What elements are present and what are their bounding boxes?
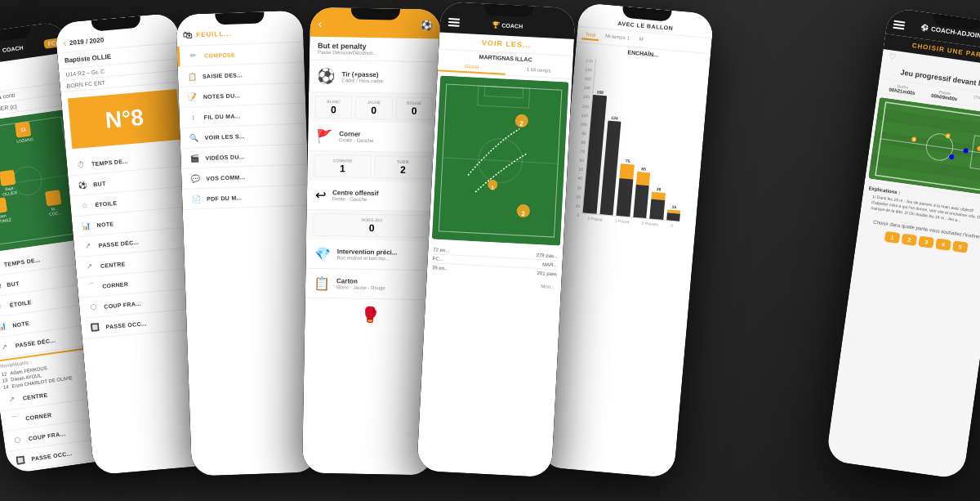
bar-15-stack	[666, 209, 681, 221]
bar-65-value: 65	[641, 166, 646, 171]
bar-15-black	[666, 212, 680, 221]
heart-icon[interactable]: ♡	[889, 51, 897, 61]
p2-centre-icon: ↗	[83, 260, 96, 272]
bar-38-stack	[649, 192, 665, 220]
carton-sub: Blanc - Jaune - Rouge	[336, 284, 385, 290]
voir-label: VOIR LES S...	[204, 133, 244, 141]
y-120: 120	[571, 102, 589, 109]
item-corner[interactable]: 🚩 Corner Droite - Gauche	[308, 122, 439, 154]
number-badge: N°8	[68, 89, 181, 149]
commise-subie: COMMISE 1 SUBIE 2	[307, 151, 439, 183]
tab-m[interactable]: M	[635, 34, 647, 45]
meta-charge: Charge de travail Moyen	[973, 94, 980, 108]
jaune-val: 0	[359, 105, 390, 117]
menu-etoile-label: ÉTOILE	[9, 299, 32, 308]
score-hors-jeu: HORS-JEU 0	[313, 213, 430, 239]
tab-total[interactable]: Total	[581, 29, 599, 41]
phone5-spacer	[555, 28, 567, 29]
centre-sub-4: Droite - Gauche	[332, 196, 379, 202]
menu-note-label: NOTE	[12, 320, 29, 328]
part-btn-4[interactable]: 4	[935, 238, 951, 250]
meta-duree: Durée 00h21m00s	[889, 83, 916, 96]
y-150: 150	[573, 75, 591, 82]
item-intervention[interactable]: 💎 Intervention préci... Bon endroit et b…	[305, 239, 437, 271]
menu-passe-label: PASSE DÉC...	[15, 337, 56, 348]
phone4-subtitle: Passe Décisive/Déclench...	[318, 50, 432, 56]
comm-label: VOS COMM...	[206, 174, 245, 181]
passe-icon: ↗	[0, 340, 11, 353]
centre-text: Centre offensif Droite - Gauche	[332, 189, 379, 202]
p2-coup-label: COUP FRA...	[104, 300, 141, 309]
tab-global[interactable]: Global	[438, 60, 506, 74]
part-btn-1[interactable]: 1	[884, 231, 901, 244]
phone3-notch	[215, 11, 264, 25]
intervention-sub: Bon endroit et bon mo...	[337, 255, 398, 261]
score-commise: COMMISE 1	[314, 154, 371, 178]
tab-mi-temps-1[interactable]: Mi-temps 1	[602, 32, 634, 44]
pitch-svg-5: 2 1 2	[432, 76, 568, 246]
phone4-notch	[351, 8, 400, 20]
back-arrow-2[interactable]: ‹	[62, 38, 66, 49]
y-100: 100	[569, 120, 587, 127]
y-50: 50	[565, 166, 583, 172]
y-130: 130	[572, 93, 590, 100]
bar-168-value: 168	[596, 89, 604, 95]
stat-label-2: FC...	[433, 256, 443, 262]
item-carton[interactable]: 📋 Carton Blanc - Jaune - Rouge	[305, 269, 437, 301]
phone3-wrapper: 🛍 FEUILL... ✏ COMPOSE 📋 SAISIE DES... 📝	[176, 11, 318, 476]
bar-75: 75	[616, 158, 635, 217]
chart-area: 170 160 150 140 130 120 110 100 90 80 70…	[559, 53, 710, 244]
subie-val: 2	[377, 163, 428, 176]
stat-val-2: MAR...	[542, 262, 558, 267]
pdf-icon: 📄	[190, 193, 202, 204]
meta-pause: Pause 00h09m00s	[931, 88, 959, 101]
phone7-wrapper: ⚽ COACH-ADJOINT ® 0 CHOISIR UNE PARTIE ♡…	[826, 7, 980, 480]
shirt-coca	[45, 190, 61, 206]
back-arrow-4[interactable]: ‹	[318, 17, 322, 30]
menu-coup-label: COUP FRA...	[28, 430, 65, 441]
p2-temps-label: TEMPS DE...	[91, 158, 128, 167]
chart-icon: 📊	[0, 320, 8, 333]
item-tir[interactable]: ⚽ Tir (+passe) Cadré / Hors cadre	[309, 60, 440, 95]
phone1-logo: COACH	[2, 45, 23, 54]
menu-pdf[interactable]: 📄 PDF DU M...	[182, 186, 310, 210]
hamburger-7[interactable]	[893, 20, 905, 29]
item-centre[interactable]: ↩ Centre offensif Droite - Gauche	[307, 181, 439, 212]
menu-corner-label: CORNER	[25, 412, 52, 421]
intervention-text: Intervention préci... Bon endroit et bon…	[337, 248, 398, 261]
y-90: 90	[568, 129, 586, 136]
notes-label: NOTES DU...	[203, 92, 241, 100]
bar-65-orange	[635, 172, 650, 186]
tir-sub: Cadré / Hors cadre	[341, 78, 383, 83]
ball-icon: ⚽	[420, 20, 432, 31]
p2-chart-icon: 📊	[80, 220, 92, 232]
corner-icon: ⌒	[9, 413, 22, 426]
part-btn-5[interactable]: 5	[952, 240, 969, 253]
p2-time-icon: ⏱	[75, 159, 87, 171]
gloves-area: 🥊	[305, 298, 436, 332]
carton-text: Carton Blanc - Jaune - Rouge	[336, 277, 385, 290]
p2-corner-icon: ⌒	[86, 280, 98, 293]
p2-goal-icon: ⚽	[77, 179, 89, 191]
commise-val: 1	[317, 163, 368, 175]
menu-temps-label: TEMPS DE...	[3, 257, 40, 267]
voir-icon: 🔍	[188, 132, 199, 143]
p2-but-label: BUT	[93, 180, 106, 186]
hamburger-5[interactable]	[448, 18, 461, 27]
star-icon: ☆	[0, 300, 6, 313]
p2-star-icon: ☆	[78, 199, 91, 212]
tab-mi-temps[interactable]: 1 Mi-temps	[505, 64, 572, 78]
charge-val: Moyen	[973, 99, 980, 108]
part-btn-3[interactable]: 3	[918, 236, 934, 248]
hors-jeu-box: HORS-JEU 0	[306, 210, 438, 242]
bars-container: 168 134 75	[581, 59, 693, 222]
name-ollier: BaptOLLIER	[2, 185, 17, 196]
rouge-val: 0	[399, 105, 430, 118]
hors-jeu-val: 0	[316, 221, 427, 235]
part-btn-2[interactable]: 2	[902, 234, 918, 246]
x-1-passe: 1 Passe	[614, 218, 630, 225]
coach-logo-icon: ⚽	[920, 24, 929, 32]
feuille-title: FEUILL...	[196, 29, 232, 38]
p2-passe-occ-label: PASSE OCC...	[105, 320, 147, 329]
scene: 🏆 COACH FC 4.2.3.1 Milieu Travail dans l…	[0, 0, 980, 501]
